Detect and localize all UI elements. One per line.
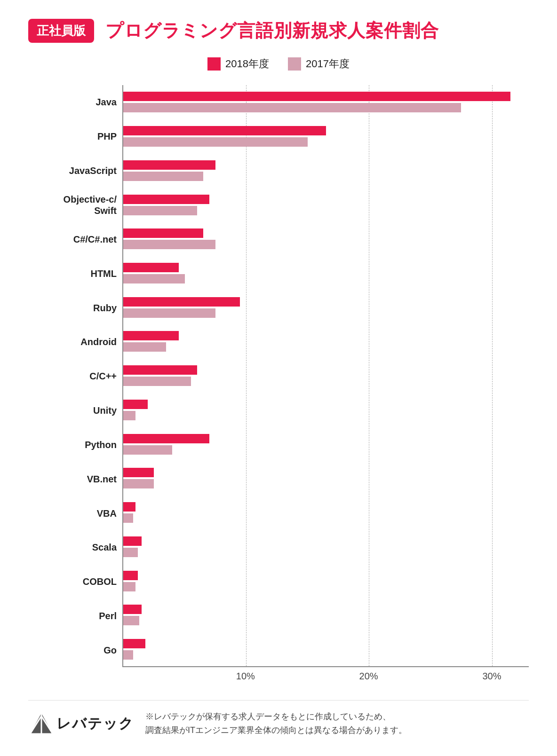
bar-2017: [123, 172, 203, 181]
bar-2017: [123, 240, 215, 249]
bar-2017: [123, 342, 166, 352]
bar-group: [123, 564, 529, 598]
bar-group: [123, 359, 529, 393]
y-label: Objective-c/Swift: [28, 188, 122, 222]
y-label: HTML: [28, 256, 122, 291]
bar-2018: [123, 297, 240, 307]
bar-2017: [123, 479, 154, 488]
bar-2017: [123, 650, 133, 660]
bar-group: [123, 461, 529, 496]
bar-group: [123, 393, 529, 427]
y-label: Ruby: [28, 291, 122, 325]
bar-2017: [123, 137, 308, 147]
bar-2018: [123, 331, 179, 340]
y-label: VBA: [28, 496, 122, 530]
bar-group: [123, 119, 529, 154]
bar-2018: [123, 126, 326, 135]
y-label: C/C++: [28, 359, 122, 394]
bar-group: [123, 598, 529, 632]
bar-group: [123, 188, 529, 222]
y-axis: JavaPHPJavaScriptObjective-c/SwiftC#/C#.…: [28, 85, 122, 667]
legend-2017: 2017年度: [288, 57, 350, 71]
y-label: Android: [28, 325, 122, 359]
bar-2017: [123, 308, 215, 318]
logo-text: レバテック: [56, 714, 134, 733]
bar-group: [123, 324, 529, 359]
bar-2018: [123, 502, 135, 512]
bar-chart: [122, 85, 529, 667]
chart-wrapper: JavaPHPJavaScriptObjective-c/SwiftC#/C#.…: [28, 85, 529, 686]
bar-2017: [123, 582, 135, 591]
badge: 正社員版: [28, 19, 94, 43]
bar-group: [123, 632, 529, 667]
x-label: 20%: [359, 671, 378, 682]
legend-color-2018: [207, 57, 221, 71]
bar-2018: [123, 536, 142, 546]
y-label: PHP: [28, 119, 122, 154]
bar-2018: [123, 605, 142, 614]
legend-color-2017: [288, 57, 301, 71]
bar-group: [123, 85, 529, 119]
bar-2018: [123, 160, 215, 170]
bar-2017: [123, 548, 138, 557]
bar-2018: [123, 263, 179, 272]
bar-group: [123, 256, 529, 291]
bar-2017: [123, 377, 191, 386]
y-label: Scala: [28, 530, 122, 565]
legend-label-2017: 2017年度: [306, 57, 350, 71]
y-label: Perl: [28, 599, 122, 633]
bar-2017: [123, 616, 139, 625]
bar-2018: [123, 92, 510, 101]
y-label: COBOL: [28, 565, 122, 599]
page: 正社員版 プログラミング言語別新規求人案件割合 2018年度 2017年度 Ja…: [0, 0, 557, 756]
logo: レバテック: [28, 711, 134, 736]
bar-group: [123, 496, 529, 530]
bar-2017: [123, 445, 172, 455]
bar-2017: [123, 274, 185, 284]
bar-2017: [123, 206, 197, 215]
bar-2017: [123, 411, 135, 420]
y-label: Python: [28, 427, 122, 462]
bar-2017: [123, 103, 461, 112]
y-label: JavaScript: [28, 154, 122, 188]
bar-group: [123, 529, 529, 564]
y-label: VB.net: [28, 462, 122, 496]
bar-group: [123, 153, 529, 188]
bar-2018: [123, 468, 154, 477]
bar-2017: [123, 513, 133, 523]
y-label: Go: [28, 633, 122, 668]
legend-2018: 2018年度: [207, 57, 269, 71]
bar-2018: [123, 195, 209, 204]
y-label: Java: [28, 85, 122, 119]
logo-icon: [28, 711, 53, 736]
bar-2018: [123, 571, 138, 580]
footer-note: ※レバテックが保有する求人データをもとに作成しているため、調査結果がITエンジニ…: [145, 710, 407, 737]
bar-group: [123, 222, 529, 256]
y-label: Unity: [28, 394, 122, 428]
footer: レバテック ※レバテックが保有する求人データをもとに作成しているため、調査結果が…: [28, 700, 529, 737]
x-label: 30%: [482, 671, 501, 682]
bar-2018: [123, 228, 203, 238]
bar-2018: [123, 400, 148, 409]
y-label: C#/C#.net: [28, 222, 122, 256]
legend-label-2018: 2018年度: [225, 57, 269, 71]
legend: 2018年度 2017年度: [28, 57, 529, 71]
x-axis: 10%20%30%: [122, 667, 529, 686]
bar-2018: [123, 434, 209, 443]
bar-group: [123, 290, 529, 324]
page-title: プログラミング言語別新規求人案件割合: [105, 19, 439, 43]
bar-2018: [123, 639, 145, 648]
bar-group: [123, 427, 529, 461]
bar-2018: [123, 365, 197, 375]
header: 正社員版 プログラミング言語別新規求人案件割合: [28, 19, 529, 43]
x-label: 10%: [236, 671, 255, 682]
